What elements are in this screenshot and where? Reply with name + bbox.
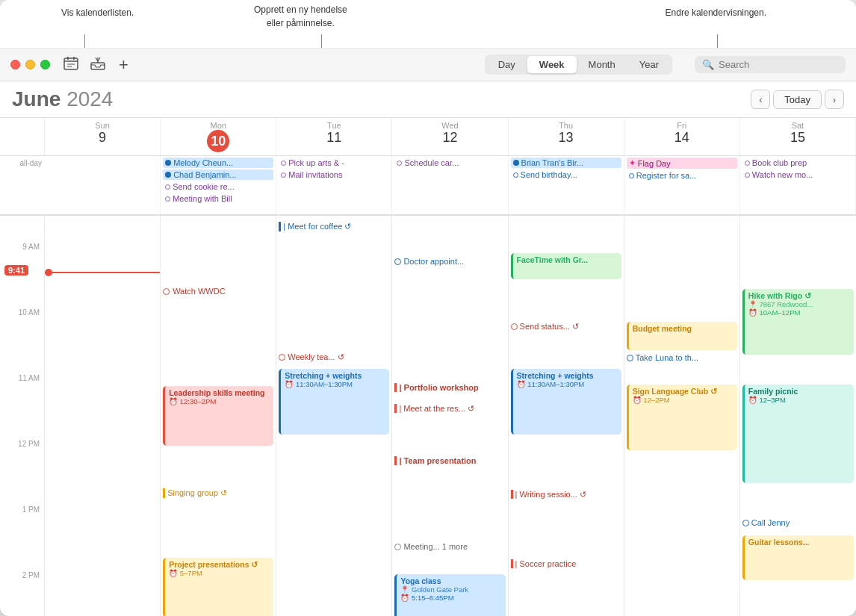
time-slot-1pm: 1 PM [0,511,45,544]
event-doctor[interactable]: Doctor appoint... [394,257,505,266]
calendar-window: Vis kalenderlisten. Opprett en ny hendel… [0,0,856,616]
day-header-row: Sun9 Mon10 Tue11 Wed12 Thu13 Fri14 Sat15 [0,118,856,156]
day-header-sat: Sat15 [740,118,856,155]
allday-event-pickup[interactable]: Pick up arts & - [279,158,389,168]
current-time-badge: 9:41 [4,265,28,276]
wed-slots [392,216,507,616]
next-week-button[interactable]: › [825,90,844,109]
time-slot-12pm: 12 PM [0,446,45,479]
current-time-dot [45,269,52,276]
day-header-mon: Mon10 [161,118,276,155]
event-stretching-tue[interactable]: Stretching + weights ⏰ 11:30AM–1:30PM [279,369,389,435]
event-leadership[interactable]: Leadership skills meeting ⏰ 12:30–2PM [163,386,273,446]
allday-event-brian-bday[interactable]: Brian Tran's Bir... [511,158,621,168]
event-call-jenny[interactable]: Call Jenny [742,518,854,527]
annotation-change-view: Endre kalendervisningen. [666,6,766,19]
day-header-wed: Wed12 [392,118,508,155]
svg-rect-3 [73,57,75,60]
search-input[interactable] [719,59,838,70]
ann-line-2 [321,34,322,48]
day-col-wed: Doctor appoint... | Portfolio workshop |… [392,216,508,616]
allday-event-register[interactable]: Register for sa... [627,170,737,181]
calendar-header: June 2024 ‹ Today › [0,81,856,118]
allday-thu: Brian Tran's Bir... Send birthday... [509,156,624,214]
allday-row: all-day Melody Cheun... Chad Benjamin...… [0,156,856,216]
traffic-lights [10,60,50,69]
time-slot-2pm: 2 PM [0,577,45,610]
annotation-new-event: Opprett en ny hendelseeller påminnelse. [254,3,347,30]
allday-wed: Schedule car... [392,156,508,214]
allday-event-book-club[interactable]: Book club prep [742,158,853,168]
event-yoga[interactable]: Yoga class 📍 Golden Gate Park ⏰ 5:15–6:4… [394,574,505,616]
event-team-presentation[interactable]: | Team presentation [394,453,505,467]
allday-event-send-cookie[interactable]: Send cookie re... [163,181,273,192]
close-button[interactable] [10,60,20,69]
prev-week-button[interactable]: ‹ [751,90,770,109]
allday-event-meeting-bill[interactable]: Meeting with Bill [163,193,273,204]
allday-fri: ✦ Flag Day Register for sa... [624,156,740,214]
time-labels-col: 9 AM 10 AM 11 AM 12 PM 1 PM 2 PM 3 PM 4 … [0,216,45,616]
tab-week[interactable]: Week [527,56,577,73]
day-header-thu: Thu13 [509,118,624,155]
event-luna[interactable]: Take Luna to th... [627,353,737,362]
maximize-button[interactable] [40,60,50,69]
svg-rect-6 [91,63,105,69]
event-project-presentations[interactable]: Project presentations ↺ ⏰ 5–7PM [163,558,273,616]
event-meeting-more[interactable]: Meeting... 1 more [394,542,505,551]
day-col-tue: | Meet for coffee ↺ Weekly tea... ↺ Stre… [276,216,392,616]
today-button[interactable]: Today [773,90,822,109]
minimize-button[interactable] [25,60,35,69]
event-sign-lang[interactable]: Sign Language Club ↺ ⏰ 12–2PM [627,385,737,450]
allday-tue: Pick up arts & - Mail invitations [276,156,392,214]
header-corner [0,118,45,155]
time-slot-11am: 11 AM [0,380,45,413]
allday-label: all-day [0,156,45,214]
event-budget[interactable]: Budget meeting [627,322,737,350]
month-year-title: June 2024 [12,87,113,111]
allday-sun [45,156,161,214]
event-facetime[interactable]: FaceTime with Gr... [511,253,621,279]
sun-slots [45,216,160,616]
event-singing-group[interactable]: Singing group ↺ [163,488,273,498]
allday-event-chad[interactable]: Chad Benjamin... [163,169,273,180]
day-header-sun: Sun9 [45,118,161,155]
time-slot-230pm [0,610,45,616]
ann-line-1 [84,34,85,48]
event-soccer[interactable]: | Soccer practice [511,556,621,570]
allday-event-mail-inv[interactable]: Mail invitations [279,169,389,180]
event-stretching-thu[interactable]: Stretching + weights ⏰ 11:30AM–1:30PM [511,369,621,435]
allday-event-schedule-car[interactable]: Schedule car... [394,158,505,168]
annotation-calendar-list: Vis kalenderlisten. [61,6,134,19]
search-box[interactable]: 🔍 [695,56,846,73]
day-col-mon: Watch WWDC Leadership skills meeting ⏰ 1… [161,216,276,616]
tab-day[interactable]: Day [486,56,527,73]
calendar-grid: Sun9 Mon10 Tue11 Wed12 Thu13 Fri14 Sat15 [0,118,856,616]
allday-mon: Melody Cheun... Chad Benjamin... Send co… [161,156,276,214]
add-event-button[interactable]: + [119,57,128,73]
view-tabs: Day Week Month Year [485,55,672,75]
event-writing[interactable]: | Writing sessio... ↺ [511,487,621,500]
event-meet-coffee[interactable]: | Meet for coffee ↺ [279,222,389,231]
allday-event-watch-new[interactable]: Watch new mo... [742,169,853,180]
svg-rect-2 [67,57,69,60]
event-watch-wwdc[interactable]: Watch WWDC [163,287,273,296]
tab-month[interactable]: Month [577,56,627,73]
tab-year[interactable]: Year [627,56,671,73]
event-guitar[interactable]: Guitar lessons... [742,535,854,580]
event-hike[interactable]: Hike with Rigo ↺ 📍 7867 Redwood... ⏰ 10A… [742,289,854,355]
allday-event-melody[interactable]: Melody Cheun... [163,158,273,168]
day-header-fri: Fri14 [624,118,740,155]
allday-event-send-bday[interactable]: Send birthday... [511,169,621,180]
event-weekly-tea[interactable]: Weekly tea... ↺ [279,352,389,362]
event-meet-res[interactable]: | Meet at the res... ↺ [394,401,505,414]
allday-event-flag-day[interactable]: ✦ Flag Day [627,158,737,169]
event-portfolio[interactable]: | Portfolio workshop [394,380,505,393]
event-send-status[interactable]: Send status... ↺ [511,322,621,332]
allday-sat: Book club prep Watch new mo... [740,156,856,214]
day-header-tue: Tue11 [276,118,392,155]
time-slot-10am: 10 AM [0,314,45,347]
day-col-thu: FaceTime with Gr... Send status... ↺ Str… [509,216,624,616]
event-family-picnic[interactable]: Family picnic ⏰ 12–3PM [742,385,854,483]
inbox-icon[interactable] [90,57,105,73]
calendar-list-icon[interactable] [63,57,78,73]
